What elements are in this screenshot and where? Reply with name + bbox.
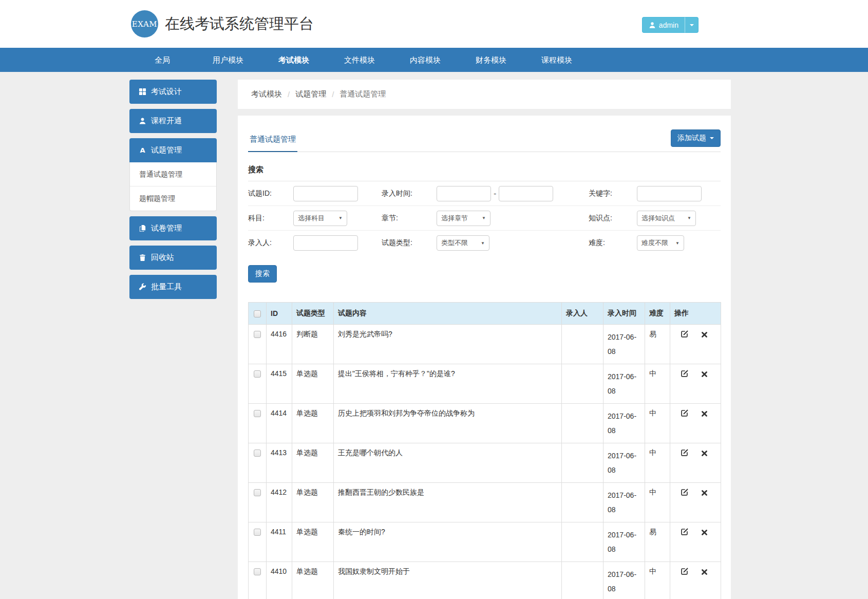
text-input[interactable] [293, 235, 358, 251]
table-row: 4410单选题我国奴隶制文明开始于2017-06-08中 [249, 562, 721, 599]
caret-down-icon: ▼ [481, 241, 485, 246]
row-checkbox-cell [249, 364, 267, 404]
nav-item[interactable]: 课程模块 [524, 48, 590, 72]
sidebar-item[interactable]: A试题管理 [129, 138, 217, 162]
entry-date-cell: 2017-06-08 [603, 443, 645, 483]
search-form-row: 科目:选择科目▼章节:选择章节▼知识点:选择知识点▼ [248, 206, 721, 231]
edit-icon [681, 529, 689, 537]
edit-button[interactable] [681, 567, 689, 576]
select-all-checkbox[interactable] [254, 310, 261, 317]
delete-button[interactable] [701, 371, 708, 379]
user-button[interactable]: admin [642, 17, 685, 33]
edit-button[interactable] [681, 369, 689, 379]
question-id-cell: 4415 [267, 364, 292, 404]
select-dropdown[interactable]: 选择知识点▼ [637, 211, 696, 226]
add-question-button[interactable]: 添加试题 [671, 129, 721, 147]
search-field: 关键字: [589, 186, 721, 201]
wrench-icon [138, 283, 146, 291]
sidebar-item-label: 批量工具 [151, 282, 182, 292]
question-content-cell: 秦统一的时间? [334, 522, 562, 562]
select-dropdown[interactable]: 选择科目▼ [293, 211, 347, 226]
caret-down-icon: ▼ [675, 241, 680, 246]
row-checkbox[interactable] [254, 568, 261, 575]
search-form-row: 录入人:试题类型:类型不限▼难度:难度不限▼ [248, 231, 721, 255]
edit-button[interactable] [681, 409, 689, 418]
question-type-cell: 单选题 [292, 443, 334, 483]
app-logo: EXAM [131, 10, 158, 38]
row-checkbox[interactable] [254, 370, 261, 378]
field-label: 录入时间: [382, 189, 437, 198]
date-to-input[interactable] [499, 186, 553, 201]
sidebar-subitem[interactable]: 普通试题管理 [130, 162, 216, 186]
field-label: 章节: [382, 214, 437, 223]
sidebar-item[interactable]: 考试设计 [129, 80, 217, 104]
question-table: ID试题类型试题内容录入人录入时间难度操作 4416判断题刘秀是光武帝吗?201… [248, 302, 721, 599]
caret-down-icon: ▼ [482, 216, 486, 220]
text-input[interactable] [637, 186, 702, 201]
sidebar-item[interactable]: 批量工具 [129, 275, 217, 299]
edit-button[interactable] [681, 448, 689, 458]
edit-button[interactable] [681, 330, 689, 339]
sidebar-item[interactable]: 试卷管理 [129, 216, 217, 240]
tabs-row: 普通试题管理 添加试题 [248, 116, 721, 152]
brand: EXAM 在线考试系统管理平台 [131, 10, 314, 38]
delete-button[interactable] [701, 410, 708, 418]
entry-date-cell: 2017-06-08 [603, 404, 645, 443]
user-dropdown-toggle[interactable] [685, 17, 699, 33]
main-column: 考试模块/试题管理/普通试题管理 普通试题管理 添加试题 搜索 试题ID:录入时… [238, 80, 731, 599]
row-checkbox[interactable] [254, 410, 261, 417]
question-id-cell: 4410 [267, 562, 292, 599]
sidebar-subitem[interactable]: 题帽题管理 [130, 186, 216, 211]
row-checkbox[interactable] [254, 450, 261, 457]
edit-button[interactable] [681, 528, 689, 537]
tab-common-question-mgmt[interactable]: 普通试题管理 [248, 135, 297, 152]
select-dropdown[interactable]: 选择章节▼ [437, 211, 490, 226]
field-label: 知识点: [589, 214, 637, 223]
question-type-cell: 单选题 [292, 562, 334, 599]
actions-cell [670, 364, 721, 404]
delete-button[interactable] [701, 569, 708, 576]
row-checkbox[interactable] [254, 331, 261, 338]
logo-text: EXAM [132, 20, 157, 29]
breadcrumb-item[interactable]: 考试模块 [251, 89, 282, 99]
search-button[interactable]: 搜索 [248, 265, 277, 283]
sidebar-item[interactable]: 课程开通 [129, 109, 217, 133]
select-dropdown[interactable]: 难度不限▼ [637, 235, 684, 251]
select-dropdown[interactable]: 类型不限▼ [437, 235, 489, 251]
search-form: 试题ID:录入时间:-关键字:科目:选择科目▼章节:选择章节▼知识点:选择知识点… [248, 181, 721, 255]
sidebar-item-label: 回收站 [151, 253, 174, 263]
column-header: 录入人 [562, 303, 603, 325]
delete-button[interactable] [701, 529, 708, 537]
nav-item[interactable]: 考试模块 [261, 48, 327, 72]
caret-down-icon [690, 24, 694, 26]
nav-item[interactable]: 用户模块 [195, 48, 261, 72]
edit-button[interactable] [681, 488, 689, 497]
breadcrumb-item[interactable]: 试题管理 [295, 89, 326, 99]
delete-button[interactable] [701, 450, 708, 458]
nav-item[interactable]: 全局 [129, 48, 195, 72]
field-label: 关键字: [589, 189, 637, 198]
nav-item[interactable]: 财务模块 [458, 48, 524, 72]
table-row: 4412单选题推翻西晋王朝的少数民族是2017-06-08中 [249, 483, 721, 522]
actions-cell [670, 562, 721, 599]
field-label: 试题类型: [382, 238, 437, 248]
table-row: 4416判断题刘秀是光武帝吗?2017-06-08易 [249, 325, 721, 364]
select-value: 选择科目 [298, 214, 325, 223]
add-question-label: 添加试题 [677, 134, 706, 143]
date-from-input[interactable] [437, 186, 491, 201]
difficulty-cell: 易 [645, 522, 670, 562]
sidebar-submenu: 普通试题管理题帽题管理 [129, 162, 217, 211]
row-checkbox-cell [249, 404, 267, 443]
delete-button[interactable] [701, 490, 708, 497]
svg-text:A: A [140, 146, 145, 154]
nav-item[interactable]: 文件模块 [327, 48, 392, 72]
delete-button[interactable] [701, 331, 708, 339]
question-content-cell: 历史上把项羽和刘邦为争夺帝位的战争称为 [334, 404, 562, 443]
question-content-cell: 我国奴隶制文明开始于 [334, 562, 562, 599]
row-checkbox[interactable] [254, 489, 261, 496]
sidebar-item[interactable]: 回收站 [129, 246, 217, 270]
text-input[interactable] [293, 186, 358, 201]
nav-item[interactable]: 内容模块 [392, 48, 458, 72]
row-checkbox[interactable] [254, 529, 261, 536]
table-body: 4416判断题刘秀是光武帝吗?2017-06-08易4415单选题提出"王侯将相… [249, 325, 721, 599]
